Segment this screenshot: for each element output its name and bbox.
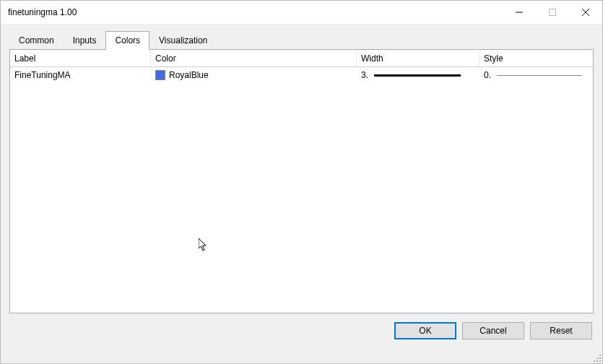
tabpanel-colors: Label Color Width Style FineTuningMA Roy… xyxy=(9,49,594,313)
width-value: 3. xyxy=(361,70,368,80)
tab-inputs[interactable]: Inputs xyxy=(64,31,106,49)
tab-colors[interactable]: Colors xyxy=(105,31,149,50)
svg-point-4 xyxy=(599,355,601,356)
svg-point-8 xyxy=(597,360,598,362)
table-header: Label Color Width Style xyxy=(10,50,593,67)
cell-style[interactable]: 0. xyxy=(480,69,586,82)
tab-strip: Common Inputs Colors Visualization xyxy=(9,31,594,49)
column-header-label[interactable]: Label xyxy=(10,51,151,66)
svg-point-5 xyxy=(597,358,598,359)
button-row: OK Cancel Reset xyxy=(9,322,594,339)
close-button[interactable] xyxy=(569,1,602,24)
reset-button[interactable]: Reset xyxy=(530,322,592,339)
minimize-icon xyxy=(516,9,523,16)
close-icon xyxy=(582,9,589,16)
window-title: finetuningma 1.00 xyxy=(8,7,503,17)
maximize-icon xyxy=(549,9,556,16)
width-preview-line xyxy=(374,74,461,77)
content-area: Common Inputs Colors Visualization Label… xyxy=(1,24,602,363)
cancel-button[interactable]: Cancel xyxy=(462,322,524,339)
cell-color[interactable]: RoyalBlue xyxy=(151,69,357,82)
column-header-color[interactable]: Color xyxy=(151,51,357,66)
tab-common[interactable]: Common xyxy=(9,31,64,49)
color-name: RoyalBlue xyxy=(169,70,209,80)
style-value: 0. xyxy=(484,70,491,80)
color-swatch xyxy=(155,70,165,80)
table-row[interactable]: FineTuningMA RoyalBlue 3. 0. xyxy=(10,67,593,83)
resize-grip[interactable] xyxy=(591,352,602,363)
style-preview-line xyxy=(497,75,582,76)
svg-point-9 xyxy=(599,360,601,362)
window-controls xyxy=(503,1,602,24)
svg-rect-1 xyxy=(550,9,556,16)
svg-point-7 xyxy=(594,360,595,362)
cell-label[interactable]: FineTuningMA xyxy=(10,69,151,82)
resize-grip-icon xyxy=(591,352,602,363)
maximize-button xyxy=(536,1,569,24)
tab-visualization[interactable]: Visualization xyxy=(149,31,217,49)
column-header-style[interactable]: Style xyxy=(480,51,586,66)
minimize-button[interactable] xyxy=(503,1,536,24)
cell-width[interactable]: 3. xyxy=(357,69,480,82)
ok-button[interactable]: OK xyxy=(394,322,456,339)
titlebar: finetuningma 1.00 xyxy=(1,1,602,24)
column-header-width[interactable]: Width xyxy=(357,51,480,66)
svg-point-6 xyxy=(599,358,601,359)
